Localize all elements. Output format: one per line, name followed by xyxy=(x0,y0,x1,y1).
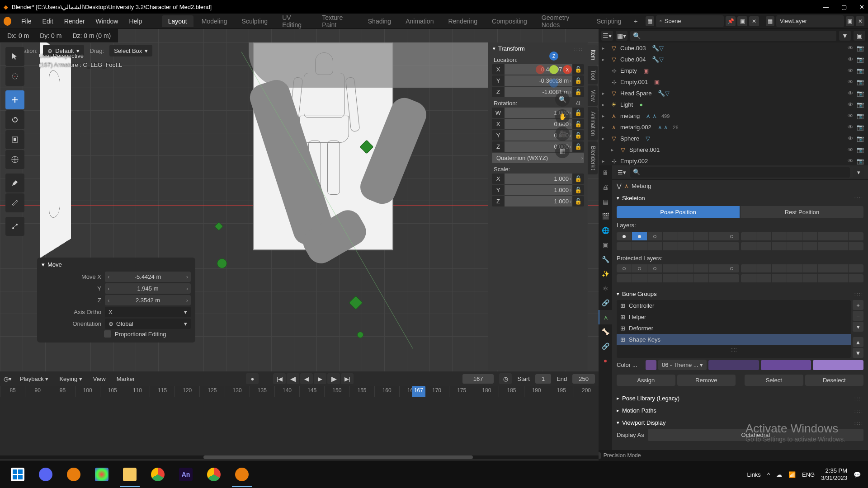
taskbar-blender-active[interactable] xyxy=(228,462,256,487)
move-z-field[interactable]: 2.3542 m xyxy=(105,295,191,305)
color-normal[interactable] xyxy=(708,360,759,370)
panel-drag-icon[interactable]: :::: xyxy=(854,291,863,297)
minimize-button[interactable]: — xyxy=(823,4,829,10)
taskbar-animate[interactable]: An xyxy=(172,462,200,487)
tray-notifications-icon[interactable]: 💬 xyxy=(854,471,861,478)
visibility-toggle[interactable]: 👁 xyxy=(846,101,854,108)
zoom-icon[interactable]: 🔍 xyxy=(555,92,570,107)
scene-new-icon[interactable]: ▣ xyxy=(737,16,747,26)
marker-menu[interactable]: Marker xyxy=(114,374,137,384)
outliner-item-empty001[interactable]: ⊹Empty.001▣👁📷 xyxy=(599,76,868,88)
color-set-dropdown[interactable]: 06 - Theme ... ▾ xyxy=(658,360,707,370)
chevron-right-icon[interactable]: ▸ xyxy=(602,159,608,164)
render-toggle[interactable]: 📷 xyxy=(856,45,864,52)
pose-position-button[interactable]: Pose Position xyxy=(617,206,740,218)
visibility-toggle[interactable]: 👁 xyxy=(846,146,854,153)
prop-tab-constraint[interactable]: 🔗 xyxy=(599,296,612,310)
outliner-search-input[interactable] xyxy=(630,31,836,41)
chevron-right-icon[interactable]: ▸ xyxy=(602,102,608,107)
render-menu[interactable]: Render xyxy=(60,16,90,27)
chevron-right-icon[interactable]: ▸ xyxy=(602,136,608,141)
prev-key-button[interactable]: ◀| xyxy=(287,373,299,384)
panel-drag-icon[interactable]: :::: xyxy=(574,46,583,52)
prop-tab-particle[interactable]: ✨ xyxy=(599,267,612,281)
scene-name-field[interactable]: ▫ Scene xyxy=(656,15,724,27)
prop-edit-checkbox[interactable] xyxy=(104,330,111,338)
workspace-tab-modeling[interactable]: Modeling xyxy=(195,15,234,27)
visibility-toggle[interactable]: 👁 xyxy=(846,135,854,142)
skeleton-panel-header[interactable]: ▾ Skeleton :::: xyxy=(612,192,868,204)
color-select[interactable] xyxy=(761,360,811,370)
gizmo-x-axis[interactable]: X xyxy=(563,65,572,74)
tray-onedrive-icon[interactable]: ☁ xyxy=(776,471,782,478)
move-down-button[interactable]: ▼ xyxy=(853,348,863,358)
ik-widget-2[interactable] xyxy=(214,222,223,231)
panel-drag-icon[interactable]: :::: xyxy=(854,420,863,426)
add-bonegroup-button[interactable]: + xyxy=(853,300,863,310)
pan-icon[interactable]: ✋ xyxy=(555,109,570,124)
scale-z-field[interactable]: 1.000 xyxy=(505,196,572,206)
color-active[interactable] xyxy=(813,360,863,370)
timeline-editor-icon[interactable]: ◷▾ xyxy=(4,375,12,382)
lock-icon[interactable]: 🔓 xyxy=(572,64,584,75)
rest-position-button[interactable]: Rest Position xyxy=(741,206,863,218)
taskbar-explorer[interactable] xyxy=(116,462,144,487)
display-mode-icon[interactable]: ▦▾ xyxy=(616,31,627,41)
outliner-item-cube004[interactable]: ▸▽Cube.004🔧▽👁📷 xyxy=(599,54,868,65)
n-tab-view[interactable]: View xyxy=(588,85,598,106)
annotate-tool[interactable] xyxy=(5,174,24,192)
workspace-tab-uv[interactable]: UV Editing xyxy=(276,12,314,31)
breakdowner-tool[interactable] xyxy=(5,217,24,236)
display-as-dropdown[interactable]: Octahedral xyxy=(648,429,863,441)
playhead[interactable]: 167 xyxy=(412,386,425,397)
lock-icon[interactable]: 🔓 xyxy=(572,87,584,97)
prop-tab-armature[interactable]: ⋏ xyxy=(599,310,612,324)
axis-ortho-dropdown[interactable]: X▾ xyxy=(105,307,191,317)
motionpaths-panel-header[interactable]: ▸ Motion Paths :::: xyxy=(612,404,868,417)
play-reverse-button[interactable]: ◀ xyxy=(300,373,313,384)
close-button[interactable]: ✕ xyxy=(859,4,864,10)
filter-icon[interactable]: ▼ xyxy=(839,31,851,41)
tray-links[interactable]: Links xyxy=(747,471,761,478)
scene-pin-icon[interactable]: 📌 xyxy=(726,16,736,26)
lock-icon[interactable]: 🔓 xyxy=(572,119,584,129)
n-tab-item[interactable]: Item xyxy=(588,45,598,65)
chevron-right-icon[interactable]: ▸ xyxy=(611,147,617,152)
panel-drag-icon[interactable]: :::: xyxy=(854,396,863,401)
orientation-op-dropdown[interactable]: ⊕Global▾ xyxy=(105,319,191,329)
select-tool[interactable] xyxy=(5,47,24,66)
prop-tab-render[interactable]: 🖥 xyxy=(599,165,612,180)
editor-type-icon[interactable]: ☰▾ xyxy=(601,31,613,41)
list-drag-handle[interactable]: :::: xyxy=(617,345,851,354)
workspace-tab-texture[interactable]: Texture Paint xyxy=(316,12,359,31)
visibility-toggle[interactable]: 👁 xyxy=(846,67,854,74)
perspective-icon[interactable]: ▦ xyxy=(555,144,570,158)
gizmo-neg-x-axis[interactable] xyxy=(536,65,545,74)
help-menu[interactable]: Help xyxy=(124,16,146,27)
cursor-tool[interactable] xyxy=(5,67,24,86)
visibility-toggle[interactable]: 👁 xyxy=(846,56,854,63)
jump-start-button[interactable]: |◀ xyxy=(273,373,286,384)
lock-icon[interactable]: 🔓 xyxy=(572,108,584,118)
workspace-tab-animation[interactable]: Animation xyxy=(399,15,440,27)
color-set-swatch[interactable] xyxy=(646,360,656,370)
visibility-toggle[interactable]: 👁 xyxy=(846,45,854,52)
current-frame-field[interactable]: 167 xyxy=(462,374,494,384)
prop-tab-scene[interactable]: 🎬 xyxy=(599,209,612,223)
viewlayer-delete-icon[interactable]: ✕ xyxy=(856,16,864,26)
prop-tab-viewlayer[interactable]: ▤ xyxy=(599,194,612,209)
taskbar-chrome[interactable] xyxy=(144,462,172,487)
visibility-toggle[interactable]: 👁 xyxy=(846,79,854,85)
render-toggle[interactable]: 📷 xyxy=(856,113,864,119)
editor-type-icon[interactable]: ☰▾ xyxy=(616,168,627,178)
viewlayer-browse-icon[interactable]: ▦ xyxy=(766,16,774,26)
lock-icon[interactable]: 🔓 xyxy=(572,75,584,86)
chevron-right-icon[interactable]: ▸ xyxy=(602,113,608,118)
workspace-tab-layout[interactable]: Layout xyxy=(162,15,193,27)
window-menu[interactable]: Window xyxy=(91,16,123,27)
ik-widget-3[interactable] xyxy=(217,258,227,268)
ik-widget-foot[interactable] xyxy=(349,296,363,310)
jump-end-button[interactable]: ▶| xyxy=(341,373,354,384)
visibility-toggle[interactable]: 👁 xyxy=(846,158,854,164)
armature-layers-top[interactable] xyxy=(617,232,863,240)
